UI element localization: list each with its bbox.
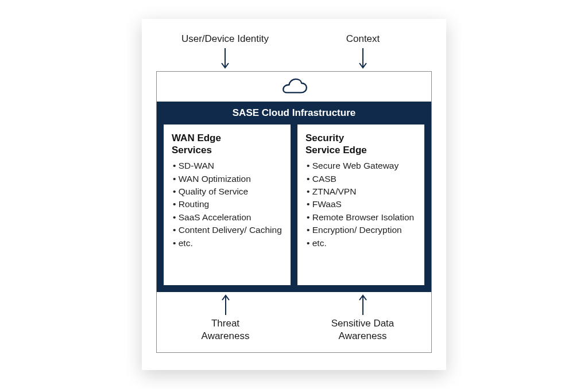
arrow-down-icon (357, 47, 369, 71)
arrow-up-icon (220, 292, 231, 316)
arrow-up-right (294, 292, 431, 316)
arrow-down-icon (219, 47, 231, 71)
arrow-up-icon (357, 292, 369, 316)
list-item: CASB (307, 173, 416, 185)
list-item: etc. (173, 237, 283, 250)
list-item: Encryption/ Decryption (307, 224, 416, 236)
bottom-right-l1: Sensitive Data (331, 318, 394, 329)
wan-edge-services-column: WAN Edge Services SD-WAN WAN Optimizatio… (164, 125, 291, 285)
sse-col-title-l2: Service Edge (305, 145, 367, 155)
top-arrows-row (156, 47, 432, 71)
bottom-right-l2: Awareness (339, 330, 387, 341)
sse-col-title-l1: Security (305, 133, 344, 143)
top-input-right: Context (294, 33, 432, 45)
bottom-arrows-row (157, 292, 431, 316)
top-input-left: User/Device Identity (156, 33, 294, 45)
security-service-edge-column: Security Service Edge Secure Web Gateway… (297, 125, 424, 285)
list-item: ZTNA/VPN (307, 185, 416, 198)
list-item: Secure Web Gateway (307, 160, 416, 172)
outer-frame: SASE Cloud Infrastructure WAN Edge Servi… (156, 71, 432, 353)
diagram-card: User/Device Identity Context SASE Cloud … (142, 19, 446, 370)
list-item: etc. (307, 237, 416, 250)
wan-col-title: WAN Edge Services (172, 133, 283, 156)
list-item: FWaaS (307, 198, 416, 211)
bottom-labels-row: Threat Awareness Sensitive Data Awarenes… (157, 317, 431, 342)
list-item: WAN Optimization (173, 173, 283, 185)
bottom-input-left: Threat Awareness (157, 317, 294, 342)
sase-title: SASE Cloud Infrastructure (164, 102, 424, 125)
arrow-down-left (156, 47, 294, 71)
sse-col-title: Security Service Edge (305, 133, 416, 156)
sse-list: Secure Web Gateway CASB ZTNA/VPN FWaaS R… (305, 160, 416, 250)
list-item: Content Delivery/ Caching (173, 224, 283, 236)
bottom-input-right: Sensitive Data Awareness (294, 317, 431, 342)
arrow-up-left (157, 292, 294, 316)
top-labels-row: User/Device Identity Context (156, 33, 432, 45)
wan-col-title-l1: WAN Edge (172, 133, 221, 143)
list-item: Quality of Service (173, 185, 283, 198)
list-item: SD-WAN (173, 160, 283, 172)
list-item: SaaS Acceleration (173, 211, 283, 224)
bottom-spacer (157, 342, 431, 352)
wan-list: SD-WAN WAN Optimization Quality of Servi… (172, 160, 283, 250)
list-item: Remote Browser Isolation (307, 211, 416, 224)
arrow-down-right (294, 47, 432, 71)
cloud-zone (157, 72, 431, 102)
bottom-left-l2: Awareness (202, 330, 250, 341)
columns: WAN Edge Services SD-WAN WAN Optimizatio… (164, 125, 424, 285)
sase-block: SASE Cloud Infrastructure WAN Edge Servi… (157, 102, 431, 292)
wan-col-title-l2: Services (172, 145, 212, 155)
bottom-left-l1: Threat (211, 318, 239, 329)
cloud-icon (280, 77, 308, 97)
list-item: Routing (173, 198, 283, 211)
